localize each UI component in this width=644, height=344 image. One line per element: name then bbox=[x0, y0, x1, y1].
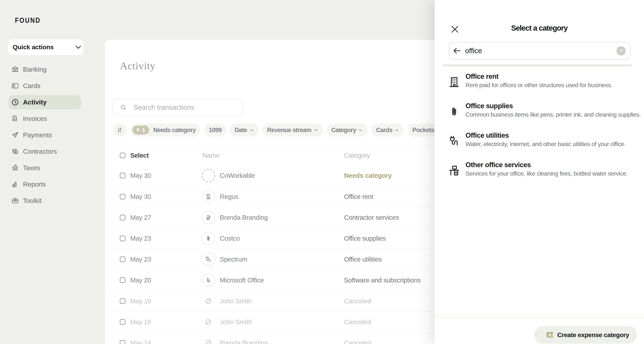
scroll-divider bbox=[443, 64, 632, 66]
sliders-icon bbox=[116, 127, 123, 133]
search-transactions-input[interactable] bbox=[134, 99, 242, 116]
sidebar-item-label: Banking bbox=[23, 66, 46, 73]
sidebar-item-invoices[interactable]: Invoices bbox=[8, 112, 81, 126]
sidebar-item-toolkit[interactable]: Toolkit bbox=[8, 194, 81, 208]
row-checkbox[interactable] bbox=[120, 319, 126, 325]
category-item-office-supplies[interactable]: Office supplies Common business items li… bbox=[435, 101, 644, 130]
bank-icon bbox=[11, 65, 19, 73]
category-item-office-rent[interactable]: Office rent Rent paid for offices or oth… bbox=[435, 71, 644, 101]
chevron-down-icon bbox=[358, 128, 363, 133]
avatar bbox=[202, 274, 215, 287]
signature-icon bbox=[205, 214, 212, 221]
sidebar-item-label: Contractors bbox=[23, 148, 57, 155]
ban-icon bbox=[205, 339, 212, 344]
category-item-office-utilities[interactable]: Office utilities Water, electricity, int… bbox=[435, 130, 644, 160]
building-icon bbox=[205, 193, 212, 200]
category-header: Category bbox=[344, 152, 370, 159]
row-checkbox[interactable] bbox=[120, 340, 126, 344]
avatar bbox=[202, 232, 215, 245]
transactions-searchbox bbox=[112, 99, 243, 116]
plug-icon bbox=[448, 136, 460, 147]
filter-cards-chip[interactable]: Cards bbox=[371, 124, 404, 137]
office-building-icon bbox=[448, 76, 460, 88]
ban-icon bbox=[205, 298, 212, 305]
clear-search-button[interactable] bbox=[616, 46, 626, 55]
search-icon bbox=[120, 104, 127, 111]
avatar bbox=[202, 169, 215, 182]
select-category-panel: Select a category Office rent Rent paid … bbox=[435, 0, 644, 344]
row-checkbox[interactable] bbox=[120, 194, 126, 199]
needs-category-badge: 1 bbox=[132, 126, 149, 135]
row-checkbox[interactable] bbox=[120, 257, 126, 262]
sidebar-item-banking[interactable]: Banking bbox=[8, 62, 81, 76]
sidebar-nav: Banking Cards Activity Invoices Payments… bbox=[8, 62, 81, 210]
needs-category-count: 1 bbox=[142, 127, 145, 133]
create-expense-category-label: Create expense category bbox=[557, 331, 629, 339]
name-header: Name bbox=[202, 152, 220, 159]
sidebar-item-label: Invoices bbox=[23, 115, 47, 122]
row-checkbox[interactable] bbox=[120, 298, 126, 304]
sidebar-item-activity[interactable]: Activity bbox=[8, 95, 81, 109]
ban-icon bbox=[205, 319, 212, 326]
chevron-down-icon bbox=[249, 128, 254, 133]
footer-fade bbox=[435, 310, 644, 319]
sidebar-item-label: Cards bbox=[23, 82, 40, 90]
plug-icon bbox=[205, 256, 212, 263]
filter-category-chip[interactable]: Category bbox=[327, 124, 368, 137]
send-icon bbox=[11, 131, 19, 139]
dashed-circle-icon bbox=[201, 169, 216, 183]
sidebar-item-label: Toolkit bbox=[23, 197, 42, 204]
panel-title: Select a category bbox=[435, 24, 644, 32]
row-checkbox[interactable] bbox=[120, 236, 126, 241]
filter-date-chip[interactable]: Date bbox=[230, 124, 258, 137]
row-checkbox[interactable] bbox=[120, 173, 126, 178]
panel-footer: Create expense category bbox=[435, 319, 644, 344]
chevron-down-icon bbox=[74, 43, 82, 51]
tag-plus-icon bbox=[547, 332, 554, 338]
category-search bbox=[449, 42, 630, 59]
card-icon bbox=[11, 82, 19, 90]
avatar bbox=[202, 211, 215, 224]
briefcase-icon bbox=[11, 197, 19, 205]
chevron-down-icon bbox=[394, 128, 399, 133]
filter-revenue-stream-chip[interactable]: Revenue stream bbox=[262, 124, 323, 137]
filter-1099-chip[interactable]: 1099 bbox=[204, 124, 226, 137]
sidebar-item-reports[interactable]: Reports bbox=[8, 177, 81, 191]
capitol-icon bbox=[11, 164, 19, 172]
invoice-icon bbox=[11, 115, 19, 123]
avatar bbox=[202, 336, 215, 344]
create-expense-category-button[interactable]: Create expense category bbox=[534, 326, 637, 344]
select-header: Select bbox=[130, 152, 148, 159]
sidebar-item-label: Reports bbox=[23, 180, 46, 188]
page-title: Activity bbox=[120, 60, 156, 72]
paperclip-icon bbox=[448, 106, 460, 117]
sidebar-item-label: Activity bbox=[23, 99, 46, 106]
contractors-icon bbox=[11, 148, 19, 155]
sidebar-item-label: Taxes bbox=[23, 164, 40, 172]
clock-icon bbox=[11, 98, 19, 106]
back-arrow-icon[interactable] bbox=[453, 47, 461, 55]
filter-chips: 1 Needs category 1099 Date Revenue strea… bbox=[112, 124, 446, 137]
needs-category-label: Needs category bbox=[153, 127, 196, 134]
category-item-other-office-services[interactable]: Other office services Services for your … bbox=[435, 160, 644, 189]
sidebar-item-contractors[interactable]: Contractors bbox=[8, 144, 81, 159]
bar-chart-icon bbox=[11, 180, 19, 188]
cursor-icon bbox=[205, 277, 212, 284]
row-checkbox[interactable] bbox=[120, 215, 126, 220]
sidebar-item-label: Payments bbox=[23, 131, 52, 139]
select-all-checkbox[interactable] bbox=[120, 153, 126, 158]
quick-actions-button[interactable]: Quick actions bbox=[8, 39, 84, 55]
category-search-input[interactable] bbox=[465, 42, 616, 59]
avatar bbox=[202, 190, 215, 203]
desk-icon bbox=[448, 165, 460, 176]
sidebar-item-payments[interactable]: Payments bbox=[8, 128, 81, 142]
sidebar-item-cards[interactable]: Cards bbox=[8, 79, 81, 93]
filter-settings-chip[interactable] bbox=[112, 124, 127, 137]
needs-category-chip[interactable]: 1 Needs category bbox=[130, 124, 200, 137]
avatar bbox=[202, 253, 215, 266]
avatar bbox=[202, 315, 215, 329]
row-checkbox[interactable] bbox=[120, 277, 126, 283]
paperclip-icon bbox=[205, 235, 212, 242]
chevron-down-icon bbox=[314, 128, 318, 133]
sidebar-item-taxes[interactable]: Taxes bbox=[8, 161, 81, 175]
